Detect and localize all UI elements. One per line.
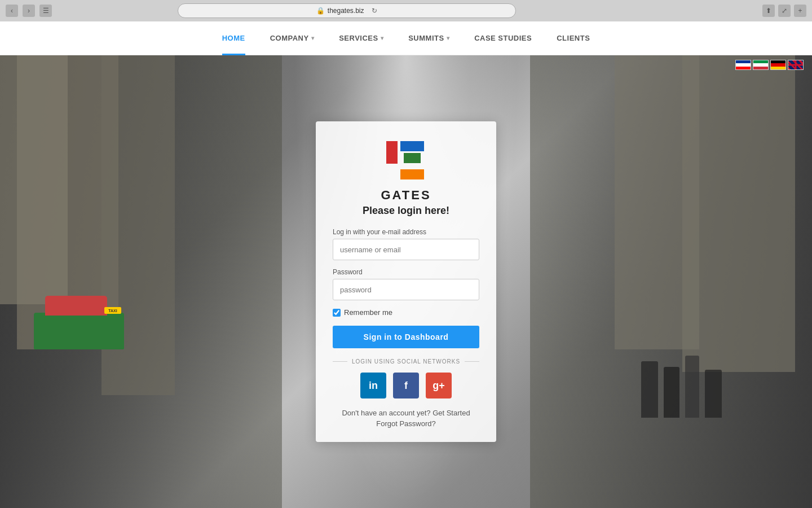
social-divider: LOGIN USING SOCIAL NETWORKS	[333, 358, 479, 365]
email-input[interactable]	[333, 239, 479, 260]
divider-left	[333, 361, 347, 362]
remember-label[interactable]: Remember me	[344, 308, 392, 317]
linkedin-button[interactable]: in	[360, 373, 386, 398]
summits-chevron: ▾	[447, 35, 450, 41]
svg-rect-3	[404, 153, 421, 163]
services-chevron: ▾	[381, 35, 384, 41]
login-card: GATES Please login here! Log in with you…	[316, 121, 496, 442]
nav-summits[interactable]: SUMMITS ▾	[396, 21, 462, 55]
login-subtitle: Please login here!	[363, 205, 449, 217]
google-button[interactable]: g+	[426, 373, 452, 398]
remember-row: Remember me	[333, 308, 392, 317]
divider-right	[465, 361, 479, 362]
sidebar-button[interactable]: ☰	[39, 5, 52, 17]
url-text: thegates.biz	[328, 7, 364, 15]
nav-company[interactable]: COMPANY ▾	[258, 21, 326, 55]
email-label: Log in with your e-mail address	[333, 228, 426, 236]
get-started-link[interactable]: Don't have an account yet? Get Started	[342, 409, 470, 417]
lock-icon: 🔒	[316, 7, 325, 15]
address-bar[interactable]: 🔒 thegates.biz ↻	[178, 3, 516, 18]
facebook-button[interactable]: f	[393, 373, 419, 398]
back-button[interactable]: ‹	[6, 5, 18, 17]
browser-right-controls: ⬆ ⤢ +	[762, 5, 806, 17]
gates-logo	[383, 138, 429, 183]
nav-home[interactable]: HOME	[210, 21, 258, 55]
social-buttons: in f g+	[360, 373, 452, 398]
company-chevron: ▾	[311, 35, 315, 41]
nav-clients[interactable]: CLIENTS	[544, 21, 602, 55]
nav-services[interactable]: SERVICES ▾	[326, 21, 396, 55]
new-tab-button[interactable]: +	[794, 5, 806, 17]
svg-rect-0	[400, 141, 424, 151]
password-input[interactable]	[333, 279, 479, 300]
fullscreen-button[interactable]: ⤢	[778, 5, 791, 17]
svg-rect-2	[400, 169, 424, 179]
nav-case-studies[interactable]: CASE STUDIES	[462, 21, 544, 55]
reload-icon[interactable]: ↻	[372, 7, 377, 15]
remember-checkbox[interactable]	[333, 309, 341, 317]
main-area: TAXI	[0, 55, 812, 508]
share-button[interactable]: ⬆	[762, 5, 775, 17]
bottom-links: Don't have an account yet? Get Started F…	[342, 409, 470, 428]
brand-name: GATES	[381, 188, 431, 203]
sign-in-button[interactable]: Sign in to Dashboard	[333, 326, 479, 348]
password-label: Password	[333, 268, 363, 276]
forgot-password-link[interactable]: Forgot Password?	[376, 419, 436, 428]
top-navigation: HOME COMPANY ▾ SERVICES ▾ SUMMITS ▾ CASE…	[0, 21, 812, 55]
forward-button[interactable]: ›	[23, 5, 35, 17]
svg-rect-1	[386, 141, 398, 164]
social-label: LOGIN USING SOCIAL NETWORKS	[352, 358, 460, 365]
browser-chrome: ‹ › ☰ 🔒 thegates.biz ↻ ⬆ ⤢ +	[0, 0, 812, 21]
